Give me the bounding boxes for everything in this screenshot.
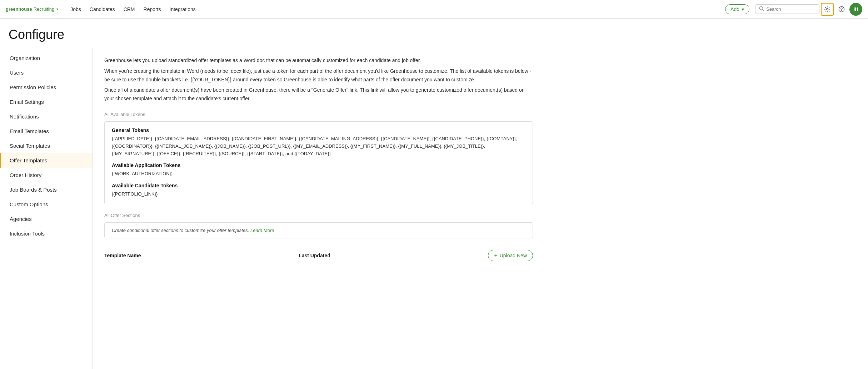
- sidebar-item-email-templates[interactable]: Email Templates: [0, 124, 93, 138]
- search-icon: [759, 6, 764, 12]
- template-table-header: Template Name Last Updated + Upload New: [104, 247, 533, 264]
- topnav-actions: IH: [755, 3, 862, 16]
- last-updated-column: Last Updated: [299, 253, 330, 258]
- integrations-link[interactable]: Integrations: [166, 4, 199, 14]
- svg-point-2: [827, 8, 828, 10]
- search-box[interactable]: [755, 4, 819, 14]
- search-input[interactable]: [766, 6, 809, 12]
- intro-line-1: Greenhouse lets you upload standardized …: [104, 56, 533, 65]
- offer-sections-text: Create conditional offer sections to cus…: [112, 228, 249, 233]
- svg-line-1: [763, 10, 764, 11]
- general-tokens-title: General Tokens: [112, 127, 525, 133]
- sidebar: Organization Users Permission Policies E…: [0, 48, 93, 369]
- top-navigation: greenhouse Recruiting ▾ Jobs Candidates …: [0, 0, 868, 19]
- logo-greenhouse-text: greenhouse: [6, 6, 32, 12]
- nav-links: Jobs Candidates CRM Reports Integrations: [67, 4, 199, 14]
- page-title: Configure: [9, 27, 859, 42]
- page-header: Configure: [0, 19, 868, 48]
- sidebar-item-users[interactable]: Users: [0, 65, 93, 80]
- upload-new-label: Upload New: [500, 253, 527, 258]
- sidebar-item-offer-templates[interactable]: Offer Templates: [0, 153, 93, 168]
- offer-sections-box: Create conditional offer sections to cus…: [104, 222, 533, 238]
- content-area: Organization Users Permission Policies E…: [0, 48, 868, 369]
- sidebar-item-custom-options[interactable]: Custom Options: [0, 197, 93, 212]
- help-button[interactable]: [835, 3, 848, 16]
- sidebar-item-organization[interactable]: Organization: [0, 51, 93, 65]
- logo-chevron-icon: ▾: [56, 7, 58, 11]
- intro-line-3: Once all of a candidate's offer document…: [104, 86, 533, 103]
- jobs-link[interactable]: Jobs: [67, 4, 85, 14]
- add-chevron-icon: ▾: [742, 6, 744, 12]
- main-content: Greenhouse lets you upload standardized …: [93, 48, 868, 369]
- sidebar-item-agencies[interactable]: Agencies: [0, 212, 93, 226]
- all-tokens-label: All Available Tokens: [104, 112, 857, 117]
- user-avatar[interactable]: IH: [849, 3, 862, 16]
- learn-more-link[interactable]: Learn More: [250, 228, 274, 233]
- logo-recruiting-text: Recruiting: [34, 6, 55, 12]
- sidebar-item-job-boards-posts[interactable]: Job Boards & Posts: [0, 182, 93, 197]
- candidate-tokens-values: {{PORTFOLIO_LINK}}: [112, 191, 525, 198]
- application-tokens-group: Available Application Tokens {{WORK_AUTH…: [112, 162, 525, 178]
- intro-line-2: When you're creating the template in Wor…: [104, 67, 533, 84]
- upload-plus-icon: +: [494, 252, 497, 259]
- candidate-tokens-group: Available Candidate Tokens {{PORTFOLIO_L…: [112, 183, 525, 198]
- general-tokens-group: General Tokens {{APPLIED_DATE}}, {{CANDI…: [112, 127, 525, 157]
- sidebar-item-notifications[interactable]: Notifications: [0, 109, 93, 124]
- all-offer-sections-label: All Offer Sections: [104, 213, 857, 218]
- intro-text: Greenhouse lets you upload standardized …: [104, 56, 533, 103]
- settings-button[interactable]: [821, 3, 834, 16]
- sidebar-item-inclusion-tools[interactable]: Inclusion Tools: [0, 226, 93, 241]
- svg-point-4: [841, 10, 842, 11]
- application-tokens-values: {{WORK_AUTHORIZATION}}: [112, 170, 525, 178]
- sidebar-item-email-settings[interactable]: Email Settings: [0, 95, 93, 109]
- template-name-column: Template Name: [104, 253, 141, 258]
- add-button-label: Add: [730, 6, 739, 12]
- add-button[interactable]: Add ▾: [725, 4, 749, 14]
- candidate-tokens-title: Available Candidate Tokens: [112, 183, 525, 188]
- upload-new-button[interactable]: + Upload New: [488, 250, 533, 261]
- crm-link[interactable]: CRM: [120, 4, 139, 14]
- general-tokens-values: {{APPLIED_DATE}}, {{CANDIDATE_EMAIL_ADDR…: [112, 135, 525, 157]
- greenhouse-logo[interactable]: greenhouse Recruiting ▾: [6, 6, 58, 12]
- sidebar-item-social-templates[interactable]: Social Templates: [0, 138, 93, 153]
- tokens-box: General Tokens {{APPLIED_DATE}}, {{CANDI…: [104, 121, 533, 204]
- application-tokens-title: Available Application Tokens: [112, 162, 525, 168]
- sidebar-item-order-history[interactable]: Order History: [0, 168, 93, 182]
- candidates-link[interactable]: Candidates: [86, 4, 119, 14]
- sidebar-item-permission-policies[interactable]: Permission Policies: [0, 80, 93, 95]
- reports-link[interactable]: Reports: [140, 4, 165, 14]
